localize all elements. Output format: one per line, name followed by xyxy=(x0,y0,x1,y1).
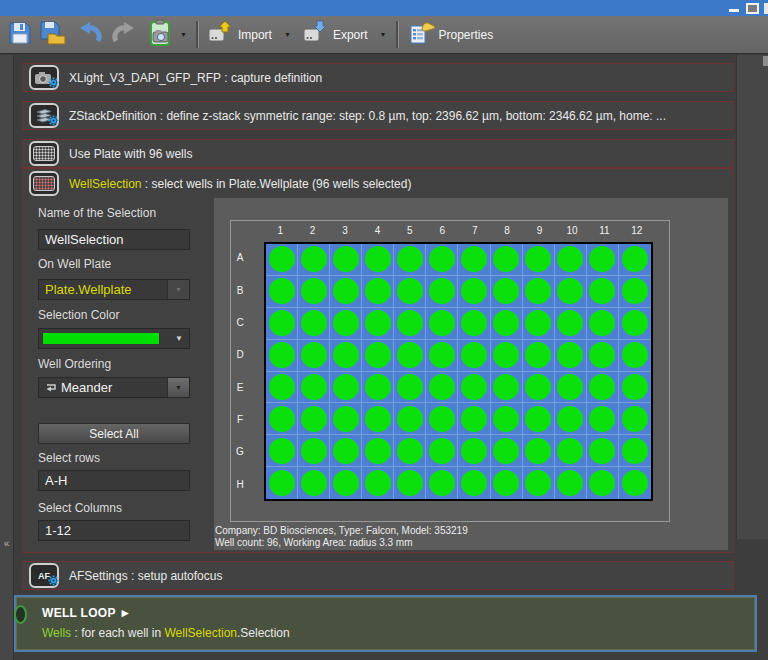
well-D4[interactable] xyxy=(362,340,394,372)
well-H1[interactable] xyxy=(266,467,298,499)
well-F3[interactable] xyxy=(330,403,362,435)
well-E3[interactable] xyxy=(330,372,362,404)
well-C5[interactable] xyxy=(394,308,426,340)
snapshot-clipboard-button[interactable]: ▼ xyxy=(145,17,190,52)
well-G1[interactable] xyxy=(266,435,298,467)
well-D2[interactable] xyxy=(298,340,330,372)
well-C8[interactable] xyxy=(491,308,523,340)
well-C2[interactable] xyxy=(298,308,330,340)
well-B7[interactable] xyxy=(458,276,490,308)
well-B11[interactable] xyxy=(587,276,619,308)
well-F10[interactable] xyxy=(555,403,587,435)
well-A8[interactable] xyxy=(491,244,523,276)
well-A12[interactable] xyxy=(619,244,651,276)
well-H5[interactable] xyxy=(394,467,426,499)
maximize-button[interactable] xyxy=(746,3,759,14)
export-button[interactable]: Export ▼ xyxy=(300,18,390,51)
well-ordering-select[interactable]: Meander ▼ xyxy=(38,377,190,398)
well-F12[interactable] xyxy=(619,403,651,435)
redo-button[interactable] xyxy=(107,18,141,51)
snapshot-dropdown-caret[interactable]: ▼ xyxy=(180,31,187,38)
well-G6[interactable] xyxy=(426,435,458,467)
well-H3[interactable] xyxy=(330,467,362,499)
well-A6[interactable] xyxy=(426,244,458,276)
well-C7[interactable] xyxy=(458,308,490,340)
well-D5[interactable] xyxy=(394,340,426,372)
well-B6[interactable] xyxy=(426,276,458,308)
well-plate-select[interactable]: Plate.Wellplate ▼ xyxy=(38,279,190,300)
well-G7[interactable] xyxy=(458,435,490,467)
well-E10[interactable] xyxy=(555,372,587,404)
well-A7[interactable] xyxy=(458,244,490,276)
well-H4[interactable] xyxy=(362,467,394,499)
well-B3[interactable] xyxy=(330,276,362,308)
well-E4[interactable] xyxy=(362,372,394,404)
well-G9[interactable] xyxy=(523,435,555,467)
well-C10[interactable] xyxy=(555,308,587,340)
properties-button[interactable]: Properties xyxy=(405,18,497,51)
select-columns-input[interactable] xyxy=(38,520,190,541)
well-H10[interactable] xyxy=(555,467,587,499)
well-E2[interactable] xyxy=(298,372,330,404)
well-D8[interactable] xyxy=(491,340,523,372)
well-loop-block[interactable]: WELL LOOP ► Wells : for each well in Wel… xyxy=(14,595,757,652)
well-E8[interactable] xyxy=(491,372,523,404)
well-E5[interactable] xyxy=(394,372,426,404)
well-F1[interactable] xyxy=(266,403,298,435)
well-D3[interactable] xyxy=(330,340,362,372)
well-E12[interactable] xyxy=(619,372,651,404)
well-E11[interactable] xyxy=(587,372,619,404)
well-F4[interactable] xyxy=(362,403,394,435)
well-H9[interactable] xyxy=(523,467,555,499)
well-D7[interactable] xyxy=(458,340,490,372)
step-zstack-definition[interactable]: ZStackDefinition : define z-stack symmet… xyxy=(22,101,734,130)
well-C12[interactable] xyxy=(619,308,651,340)
well-B9[interactable] xyxy=(523,276,555,308)
well-B10[interactable] xyxy=(555,276,587,308)
well-A10[interactable] xyxy=(555,244,587,276)
well-A5[interactable] xyxy=(394,244,426,276)
well-C3[interactable] xyxy=(330,308,362,340)
well-F11[interactable] xyxy=(587,403,619,435)
well-F7[interactable] xyxy=(458,403,490,435)
well-G4[interactable] xyxy=(362,435,394,467)
undo-button[interactable] xyxy=(73,18,107,51)
well-D9[interactable] xyxy=(523,340,555,372)
well-A1[interactable] xyxy=(266,244,298,276)
well-B12[interactable] xyxy=(619,276,651,308)
well-E9[interactable] xyxy=(523,372,555,404)
well-F8[interactable] xyxy=(491,403,523,435)
well-A9[interactable] xyxy=(523,244,555,276)
well-B8[interactable] xyxy=(491,276,523,308)
well-selection-header[interactable]: WellSelection : select wells in Plate.We… xyxy=(23,169,733,198)
well-A2[interactable] xyxy=(298,244,330,276)
well-A4[interactable] xyxy=(362,244,394,276)
well-E7[interactable] xyxy=(458,372,490,404)
save-button[interactable] xyxy=(4,18,36,51)
select-rows-input[interactable] xyxy=(38,470,190,491)
well-G12[interactable] xyxy=(619,435,651,467)
scrollbar-thumb[interactable] xyxy=(763,56,768,66)
step-af-settings[interactable]: AF AFSettings : setup autofocus xyxy=(22,561,734,590)
well-H6[interactable] xyxy=(426,467,458,499)
well-B1[interactable] xyxy=(266,276,298,308)
well-A11[interactable] xyxy=(587,244,619,276)
well-G2[interactable] xyxy=(298,435,330,467)
well-C11[interactable] xyxy=(587,308,619,340)
well-G11[interactable] xyxy=(587,435,619,467)
selection-name-input[interactable] xyxy=(38,229,190,250)
well-B4[interactable] xyxy=(362,276,394,308)
well-C1[interactable] xyxy=(266,308,298,340)
well-F2[interactable] xyxy=(298,403,330,435)
selection-color-select[interactable]: ▼ xyxy=(38,328,190,349)
well-F6[interactable] xyxy=(426,403,458,435)
well-H11[interactable] xyxy=(587,467,619,499)
close-button[interactable] xyxy=(764,3,768,14)
well-H7[interactable] xyxy=(458,467,490,499)
save-as-button[interactable] xyxy=(36,18,69,51)
well-C6[interactable] xyxy=(426,308,458,340)
export-dropdown-caret[interactable]: ▼ xyxy=(380,31,387,38)
well-H2[interactable] xyxy=(298,467,330,499)
well-G3[interactable] xyxy=(330,435,362,467)
well-B5[interactable] xyxy=(394,276,426,308)
